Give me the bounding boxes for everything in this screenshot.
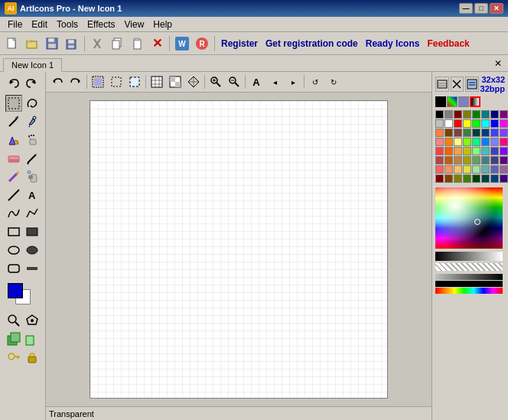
color-spectrum[interactable] [435, 187, 503, 249]
palette-color-cell[interactable] [500, 129, 508, 137]
tool-lasso[interactable] [24, 95, 41, 112]
menu-file[interactable]: File [3, 18, 27, 31]
save-button[interactable] [43, 34, 61, 53]
fg-color-swatch[interactable] [8, 283, 23, 298]
checker-btn[interactable] [167, 73, 184, 90]
gray-bar[interactable] [435, 252, 503, 261]
tool-lock[interactable] [24, 349, 41, 366]
palette-color-cell[interactable] [454, 174, 462, 183]
palette-color-cell[interactable] [481, 129, 490, 137]
cut-button[interactable] [88, 34, 106, 53]
palette-color-cell[interactable] [463, 119, 471, 128]
palette-color-cell[interactable] [472, 147, 480, 155]
palette-color-cell[interactable] [490, 147, 499, 155]
gray-strip[interactable] [435, 274, 503, 280]
delete-button[interactable]: ✕ [148, 34, 166, 53]
palette-color-cell[interactable] [472, 138, 480, 146]
palette-color-cell[interactable] [454, 129, 462, 137]
menu-view[interactable]: View [120, 18, 149, 31]
palette-color-cell[interactable] [500, 110, 508, 119]
image-list-btn[interactable] [435, 77, 449, 92]
wizard-button[interactable]: W [173, 34, 191, 53]
register-link[interactable]: Register [218, 38, 261, 49]
tool-pencil[interactable] [24, 150, 41, 167]
arrow-left-btn[interactable]: ◂ [266, 73, 283, 90]
ready-icons-link[interactable]: Ready Icons [363, 38, 423, 49]
tool-curve[interactable] [5, 205, 22, 222]
menu-help[interactable]: Help [148, 18, 177, 31]
redo-btn2[interactable] [67, 73, 84, 90]
zoom-in-btn[interactable] [207, 73, 224, 90]
menu-edit[interactable]: Edit [27, 18, 52, 31]
text-tool-btn[interactable]: A [248, 73, 265, 90]
icon-canvas[interactable] [90, 100, 388, 399]
palette-color-cell[interactable] [463, 110, 471, 119]
save-all-button[interactable] [63, 34, 81, 53]
tab-new-icon-1[interactable]: New Icon 1 [3, 58, 62, 72]
undo-button[interactable] [5, 75, 22, 92]
palette-color-cell[interactable] [481, 147, 490, 155]
palette-color-cell[interactable] [490, 165, 499, 174]
palette-color-cell[interactable] [435, 174, 444, 183]
palette-color-cell[interactable] [481, 156, 490, 164]
palette-color-cell[interactable] [444, 119, 453, 128]
tool-rounded-rect[interactable] [5, 260, 22, 277]
hatched-bar[interactable] [435, 263, 503, 271]
palette-color-cell[interactable] [463, 138, 471, 146]
palette-color-cell[interactable] [454, 119, 462, 128]
select-rect-btn[interactable] [108, 73, 125, 90]
tool-text[interactable]: A [24, 187, 41, 203]
get-reg-link[interactable]: Get registration code [262, 38, 361, 49]
tool-bar[interactable] [24, 260, 41, 277]
import-button[interactable]: R [193, 34, 211, 53]
palette-color-cell[interactable] [435, 129, 444, 137]
tool-polyline[interactable] [24, 205, 41, 222]
palette-color-cell[interactable] [444, 138, 453, 146]
tool-rect-filled[interactable] [24, 223, 41, 240]
color-mode-alpha[interactable] [458, 96, 469, 107]
palette-color-cell[interactable] [463, 165, 471, 174]
palette-color-cell[interactable] [472, 174, 480, 183]
tool-fill[interactable] [5, 132, 22, 148]
tool-transform[interactable] [24, 312, 41, 329]
color-mode-selected[interactable] [470, 96, 480, 107]
palette-color-cell[interactable] [454, 110, 462, 119]
palette-color-cell[interactable] [490, 110, 499, 119]
palette-color-cell[interactable] [444, 174, 453, 183]
palette-color-cell[interactable] [454, 138, 462, 146]
palette-color-cell[interactable] [444, 147, 453, 155]
palette-color-cell[interactable] [435, 138, 444, 146]
menu-tools[interactable]: Tools [52, 18, 83, 31]
palette-color-cell[interactable] [490, 138, 499, 146]
palette-color-cell[interactable] [472, 110, 480, 119]
edit-img-btn[interactable] [465, 77, 479, 92]
palette-color-cell[interactable] [481, 119, 490, 128]
zoom-out-btn[interactable] [226, 73, 243, 90]
palette-color-cell[interactable] [481, 138, 490, 146]
palette-color-cell[interactable] [435, 147, 444, 155]
palette-color-cell[interactable] [472, 165, 480, 174]
new-button[interactable] [3, 34, 21, 53]
canvas-area[interactable] [46, 93, 431, 406]
palette-color-cell[interactable] [472, 119, 480, 128]
palette-color-cell[interactable] [490, 174, 499, 183]
select-magic-btn[interactable] [126, 73, 143, 90]
rotate-cw-btn[interactable]: ↻ [325, 73, 342, 90]
palette-color-cell[interactable] [500, 165, 508, 174]
tool-spray[interactable] [24, 132, 41, 148]
palette-color-cell[interactable] [490, 119, 499, 128]
palette-color-cell[interactable] [472, 129, 480, 137]
open-button[interactable] [23, 34, 41, 53]
palette-color-cell[interactable] [463, 156, 471, 164]
tool-clone[interactable] [5, 330, 22, 347]
palette-color-cell[interactable] [435, 110, 444, 119]
paste-button[interactable] [128, 34, 146, 53]
palette-color-cell[interactable] [481, 110, 490, 119]
palette-color-cell[interactable] [454, 165, 462, 174]
tool-line[interactable] [5, 187, 22, 203]
tab-close-button[interactable]: ✕ [491, 57, 505, 70]
palette-color-cell[interactable] [490, 129, 499, 137]
palette-color-cell[interactable] [481, 174, 490, 183]
palette-color-cell[interactable] [463, 147, 471, 155]
rotate-ccw-btn[interactable]: ↺ [307, 73, 324, 90]
